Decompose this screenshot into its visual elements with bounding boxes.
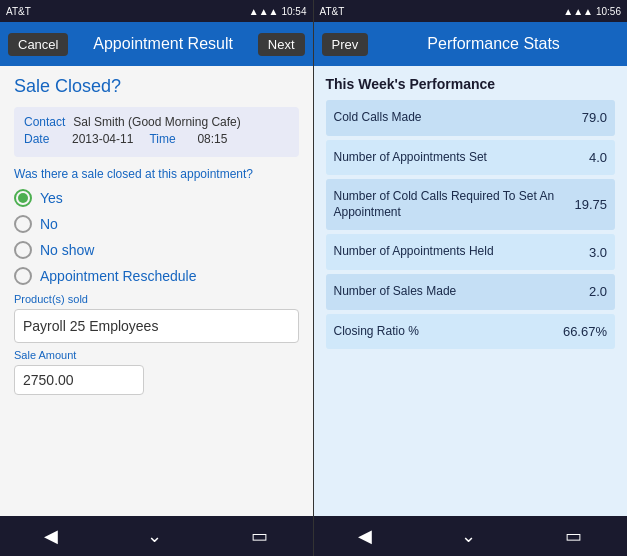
header-right: Prev Performance Stats <box>314 22 628 66</box>
stat-row-5: Closing Ratio % 66.67% <box>326 314 616 350</box>
home-icon-right[interactable]: ⌄ <box>461 525 476 547</box>
date-row: Date 2013-04-11 Time 08:15 <box>24 132 289 146</box>
signal-icon: ▲▲▲ <box>249 6 279 17</box>
sale-closed-title: Sale Closed? <box>14 76 299 97</box>
radio-yes-inner <box>18 193 28 203</box>
bottom-nav-right: ◀ ⌄ ▭ <box>314 516 628 556</box>
time-value: 08:15 <box>197 132 227 146</box>
sale-question: Was there a sale closed at this appointm… <box>14 167 299 181</box>
date-label: Date <box>24 132 64 146</box>
back-icon-right[interactable]: ◀ <box>358 525 372 547</box>
radio-noshow-circle <box>14 241 32 259</box>
home-icon[interactable]: ⌄ <box>147 525 162 547</box>
option-yes-label: Yes <box>40 190 63 206</box>
option-no-label: No <box>40 216 58 232</box>
option-noshow-label: No show <box>40 242 94 258</box>
right-content: This Week's Performance Cold Calls Made … <box>314 66 628 516</box>
stat-value-4: 2.0 <box>589 284 607 299</box>
option-reschedule[interactable]: Appointment Reschedule <box>14 267 299 285</box>
cancel-button[interactable]: Cancel <box>8 33 68 56</box>
stat-row-0: Cold Calls Made 79.0 <box>326 100 616 136</box>
status-icons-left: ▲▲▲ 10:54 <box>249 6 307 17</box>
stat-name-2: Number of Cold Calls Required To Set An … <box>334 189 575 220</box>
bottom-nav-left: ◀ ⌄ ▭ <box>0 516 313 556</box>
status-bar-right: AT&T ▲▲▲ 10:56 <box>314 0 628 22</box>
sale-amount-input[interactable] <box>14 365 144 395</box>
stat-name-0: Cold Calls Made <box>334 110 582 126</box>
left-content: Sale Closed? Contact Sal Smith (Good Mor… <box>0 66 313 516</box>
contact-value: Sal Smith (Good Morning Cafe) <box>73 115 240 129</box>
header-left: Cancel Appointment Result Next <box>0 22 313 66</box>
status-bar-left: AT&T ▲▲▲ 10:54 <box>0 0 313 22</box>
stat-name-4: Number of Sales Made <box>334 284 589 300</box>
option-reschedule-label: Appointment Reschedule <box>40 268 196 284</box>
time-label: Time <box>149 132 189 146</box>
back-icon[interactable]: ◀ <box>44 525 58 547</box>
products-sold-input[interactable] <box>14 309 299 343</box>
appointment-info: Contact Sal Smith (Good Morning Cafe) Da… <box>14 107 299 157</box>
signal-icon-right: ▲▲▲ <box>563 6 593 17</box>
recents-icon-right[interactable]: ▭ <box>565 525 582 547</box>
prev-button[interactable]: Prev <box>322 33 369 56</box>
header-title-right: Performance Stats <box>368 35 619 53</box>
week-heading: This Week's Performance <box>326 76 616 92</box>
time-right: 10:56 <box>596 6 621 17</box>
next-button[interactable]: Next <box>258 33 305 56</box>
option-yes[interactable]: Yes <box>14 189 299 207</box>
option-no[interactable]: No <box>14 215 299 233</box>
carrier-right: AT&T <box>320 6 345 17</box>
stat-name-3: Number of Appointments Held <box>334 244 589 260</box>
stat-value-5: 66.67% <box>563 324 607 339</box>
date-value: 2013-04-11 <box>72 132 133 146</box>
products-sold-label: Product(s) sold <box>14 293 299 305</box>
status-icons-right: ▲▲▲ 10:56 <box>563 6 621 17</box>
header-title-left: Appointment Result <box>93 35 233 53</box>
contact-label: Contact <box>24 115 65 129</box>
radio-reschedule-circle <box>14 267 32 285</box>
stat-value-1: 4.0 <box>589 150 607 165</box>
carrier-left: AT&T <box>6 6 31 17</box>
stat-name-5: Closing Ratio % <box>334 324 563 340</box>
stat-row-1: Number of Appointments Set 4.0 <box>326 140 616 176</box>
stat-row-2: Number of Cold Calls Required To Set An … <box>326 179 616 230</box>
radio-no-circle <box>14 215 32 233</box>
sale-amount-label: Sale Amount <box>14 349 299 361</box>
stat-row-3: Number of Appointments Held 3.0 <box>326 234 616 270</box>
contact-row: Contact Sal Smith (Good Morning Cafe) <box>24 115 289 129</box>
left-panel: AT&T ▲▲▲ 10:54 Cancel Appointment Result… <box>0 0 313 556</box>
stat-name-1: Number of Appointments Set <box>334 150 589 166</box>
recents-icon[interactable]: ▭ <box>251 525 268 547</box>
time-left: 10:54 <box>281 6 306 17</box>
right-panel: AT&T ▲▲▲ 10:56 Prev Performance Stats Th… <box>314 0 628 556</box>
stat-value-0: 79.0 <box>582 110 607 125</box>
stat-value-2: 19.75 <box>574 197 607 212</box>
option-noshow[interactable]: No show <box>14 241 299 259</box>
stat-value-3: 3.0 <box>589 245 607 260</box>
radio-yes-circle <box>14 189 32 207</box>
stat-row-4: Number of Sales Made 2.0 <box>326 274 616 310</box>
